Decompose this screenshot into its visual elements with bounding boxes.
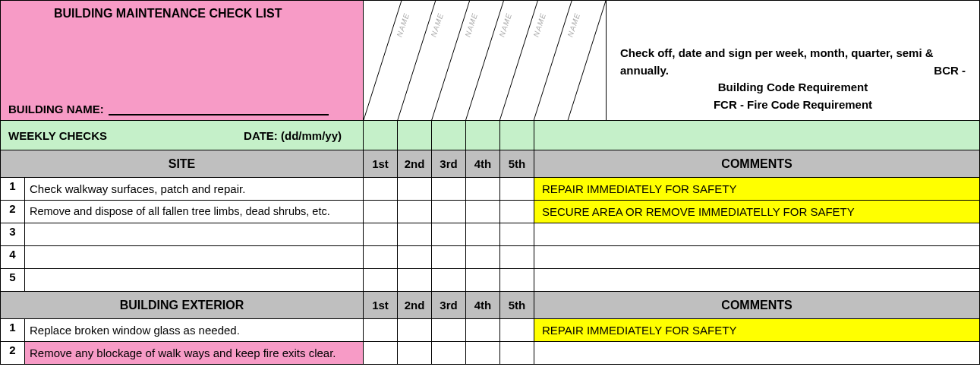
row-desc [25, 269, 364, 291]
check-cell[interactable] [364, 342, 398, 364]
col-1st: 1st [364, 150, 398, 177]
page-title: BUILDING MAINTENANCE CHECK LIST [54, 7, 355, 21]
weekly-cell[interactable] [364, 121, 398, 150]
col-5th: 5th [500, 150, 534, 177]
col-2nd: 2nd [398, 150, 432, 177]
row-comment [534, 246, 979, 268]
instructions-bcr: Building Code Requirement [620, 79, 966, 96]
check-cell[interactable] [432, 178, 466, 200]
check-cell[interactable] [398, 246, 432, 268]
weekly-cell[interactable] [432, 121, 466, 150]
check-cell[interactable] [500, 342, 534, 364]
instructions-box: Check off, date and sign per week, month… [607, 1, 979, 120]
building-name-row: BUILDING NAME: [8, 103, 329, 115]
check-cell[interactable] [500, 269, 534, 291]
check-cell[interactable] [398, 223, 432, 245]
row-comment: REPAIR IMMEDIATELY FOR SAFETY [534, 319, 979, 341]
row-desc: Remove any blockage of walk ways and kee… [25, 342, 364, 364]
row-desc: Replace broken window glass as needed. [25, 319, 364, 341]
check-cell[interactable] [432, 319, 466, 341]
weekly-date-label: DATE: (dd/mm/yy) [244, 129, 342, 142]
check-cell[interactable] [432, 342, 466, 364]
col-3rd: 3rd [432, 150, 466, 177]
table-row: 1 Replace broken window glass as needed.… [0, 319, 980, 342]
check-cell[interactable] [466, 178, 500, 200]
col-comments: COMMENTS [534, 150, 979, 177]
check-cell[interactable] [364, 223, 398, 245]
row-comment: SECURE AREA OR REMOVE IMMEDIATELLY FOR S… [534, 201, 979, 223]
check-cell[interactable] [398, 319, 432, 341]
col-3rd: 3rd [432, 292, 466, 318]
row-num: 2 [1, 201, 25, 223]
weekly-left: WEEKLY CHECKS DATE: (dd/mm/yy) [1, 121, 364, 150]
weekly-cell[interactable] [398, 121, 432, 150]
row-num: 3 [1, 223, 25, 245]
row-comment [534, 269, 979, 291]
check-cell[interactable] [466, 342, 500, 364]
col-1st: 1st [364, 292, 398, 318]
weekly-checks-row: WEEKLY CHECKS DATE: (dd/mm/yy) [0, 120, 980, 150]
check-cell[interactable] [432, 223, 466, 245]
table-row: 3 [0, 223, 980, 246]
check-cell[interactable] [466, 201, 500, 223]
check-cell[interactable] [364, 246, 398, 268]
weekly-cells [364, 121, 534, 150]
check-cell[interactable] [432, 269, 466, 291]
check-cell[interactable] [364, 269, 398, 291]
row-desc: Check walkway surfaces, patch and repair… [25, 178, 364, 200]
check-cell[interactable] [500, 223, 534, 245]
row-num: 2 [1, 342, 25, 364]
name-columns: NAME NAME NAME NAME NAME NAME [364, 1, 607, 120]
section-header-site: SITE 1st 2nd 3rd 4th 5th COMMENTS [0, 150, 980, 178]
check-cell[interactable] [500, 319, 534, 341]
row-num: 1 [1, 178, 25, 200]
row-comment [534, 342, 979, 364]
check-cell[interactable] [398, 269, 432, 291]
section-header-exterior: BUILDING EXTERIOR 1st 2nd 3rd 4th 5th CO… [0, 292, 980, 319]
table-row: 1 Check walkway surfaces, patch and repa… [0, 178, 980, 201]
instructions-line1: Check off, date and sign per week, month… [620, 46, 934, 77]
instructions-fcr: FCR - Fire Code Requirement [620, 96, 966, 114]
check-cell[interactable] [466, 223, 500, 245]
row-comment [534, 223, 979, 245]
instructions-text: Check off, date and sign per week, month… [620, 45, 966, 113]
check-cell[interactable] [398, 201, 432, 223]
weekly-rest [534, 121, 979, 150]
check-cell[interactable] [364, 201, 398, 223]
check-cell[interactable] [398, 178, 432, 200]
row-desc-text: Remove and dispose of all fallen tree li… [30, 206, 358, 217]
weekly-label: WEEKLY CHECKS [8, 129, 107, 142]
col-4th: 4th [466, 292, 500, 318]
row-desc [25, 223, 364, 245]
section-title: SITE [1, 150, 364, 177]
row-desc: Remove and dispose of all fallen tree li… [25, 201, 364, 223]
table-row: 2 Remove any blockage of walk ways and k… [0, 342, 980, 365]
weekly-cell[interactable] [466, 121, 500, 150]
check-cell[interactable] [466, 269, 500, 291]
row-num: 5 [1, 269, 25, 291]
check-cell[interactable] [500, 246, 534, 268]
check-cell[interactable] [432, 201, 466, 223]
check-cell[interactable] [500, 178, 534, 200]
col-4th: 4th [466, 150, 500, 177]
title-box: BUILDING MAINTENANCE CHECK LIST BUILDING… [1, 1, 364, 120]
row-comment: REPAIR IMMEDIATELY FOR SAFETY [534, 178, 979, 200]
check-cell[interactable] [500, 201, 534, 223]
row-num: 4 [1, 246, 25, 268]
row-num: 1 [1, 319, 25, 341]
check-cell[interactable] [398, 342, 432, 364]
table-row: 4 [0, 246, 980, 269]
weekly-cell[interactable] [500, 121, 534, 150]
building-name-input-line[interactable] [109, 114, 329, 115]
row-desc [25, 246, 364, 268]
check-cell[interactable] [364, 319, 398, 341]
check-cell[interactable] [466, 319, 500, 341]
instructions-bcr-prefix: BCR - [934, 62, 966, 80]
col-comments: COMMENTS [534, 292, 979, 318]
col-5th: 5th [500, 292, 534, 318]
check-cell[interactable] [432, 246, 466, 268]
check-cell[interactable] [466, 246, 500, 268]
col-2nd: 2nd [398, 292, 432, 318]
check-cell[interactable] [364, 178, 398, 200]
table-row: 2 Remove and dispose of all fallen tree … [0, 201, 980, 223]
